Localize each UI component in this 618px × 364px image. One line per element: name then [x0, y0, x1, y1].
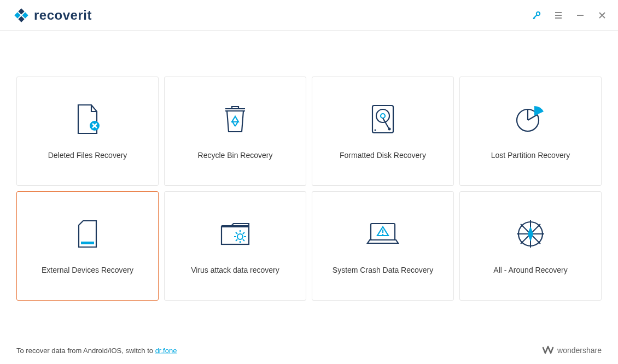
- company-brand: wondershare: [542, 345, 602, 355]
- app-logo: recoverit: [13, 7, 92, 24]
- card-label: Formatted Disk Recovery: [340, 151, 426, 160]
- laptop-crash-icon: [365, 218, 400, 250]
- card-recycle-bin-recovery[interactable]: Recycle Bin Recovery: [164, 77, 306, 186]
- svg-rect-1: [22, 12, 28, 18]
- card-label: Lost Partition Recovery: [491, 151, 570, 160]
- card-virus-attack-data-recovery[interactable]: Virus attack data recovery: [164, 191, 306, 301]
- svg-point-15: [388, 128, 391, 131]
- close-icon[interactable]: [597, 10, 607, 20]
- svg-rect-18: [81, 242, 94, 244]
- brand-text: recoverit: [34, 8, 92, 23]
- pie-partition-icon: [515, 103, 546, 136]
- card-formatted-disk-recovery[interactable]: Formatted Disk Recovery: [312, 77, 454, 186]
- card-label: All - Around Recovery: [493, 266, 567, 274]
- hard-disk-icon: [370, 103, 395, 136]
- card-deleted-files-recovery[interactable]: Deleted Files Recovery: [16, 77, 159, 186]
- card-label: Deleted Files Recovery: [48, 151, 127, 160]
- footer-hint-text: To recover data from Android/iOS, switch…: [16, 347, 153, 355]
- footer-hint: To recover data from Android/iOS, switch…: [16, 347, 177, 355]
- footer: To recover data from Android/iOS, switch…: [16, 345, 602, 355]
- recovery-options-grid: Deleted Files Recovery Recycle Bin Recov…: [16, 77, 602, 301]
- titlebar: recoverit: [0, 0, 618, 31]
- card-label: System Crash Data Recovery: [333, 266, 433, 274]
- card-label: Virus attack data recovery: [191, 266, 279, 274]
- svg-point-14: [381, 114, 385, 118]
- company-name: wondershare: [557, 346, 602, 355]
- card-all-around-recovery[interactable]: All - Around Recovery: [459, 191, 602, 301]
- svg-point-13: [376, 109, 389, 122]
- sd-card-icon: [77, 218, 98, 250]
- svg-point-20: [237, 234, 243, 239]
- card-system-crash-data-recovery[interactable]: System Crash Data Recovery: [312, 191, 454, 301]
- svg-point-4: [537, 11, 540, 15]
- recycle-bin-icon: [223, 103, 248, 136]
- compass-wheel-icon: [515, 218, 546, 250]
- svg-rect-3: [18, 16, 24, 22]
- menu-icon[interactable]: [553, 10, 563, 20]
- recoverit-logo-icon: [13, 7, 30, 24]
- key-icon[interactable]: [532, 10, 541, 20]
- minimize-icon[interactable]: [575, 10, 585, 20]
- card-external-devices-recovery[interactable]: External Devices Recovery: [16, 191, 159, 301]
- virus-folder-icon: [219, 218, 251, 250]
- card-label: Recycle Bin Recovery: [198, 151, 273, 160]
- svg-point-23: [382, 234, 383, 235]
- drfone-link[interactable]: dr.fone: [155, 347, 177, 355]
- card-lost-partition-recovery[interactable]: Lost Partition Recovery: [459, 77, 602, 186]
- wondershare-logo-icon: [542, 345, 554, 355]
- main-content: Deleted Files Recovery Recycle Bin Recov…: [0, 31, 618, 301]
- card-label: External Devices Recovery: [42, 266, 133, 274]
- svg-rect-19: [221, 227, 249, 244]
- deleted-file-icon: [75, 103, 100, 136]
- svg-point-16: [375, 130, 376, 131]
- window-controls: [532, 10, 607, 20]
- svg-rect-0: [18, 8, 24, 14]
- svg-rect-2: [14, 12, 20, 18]
